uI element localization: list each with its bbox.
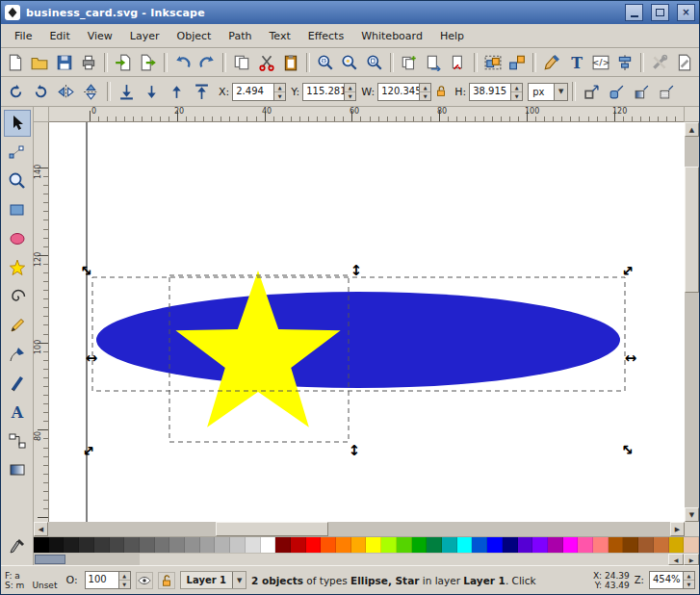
opacity-value[interactable]: 100 bbox=[86, 572, 118, 588]
redo-button[interactable] bbox=[195, 50, 219, 74]
zoom-value[interactable]: 454% bbox=[650, 572, 683, 588]
new-document-button[interactable] bbox=[4, 50, 27, 74]
units-select[interactable]: px▼ bbox=[528, 83, 568, 101]
close-button[interactable]: × bbox=[677, 4, 695, 21]
layer-visibility-toggle[interactable] bbox=[136, 572, 153, 589]
tool-zoom[interactable] bbox=[4, 168, 31, 194]
palette-swatch[interactable] bbox=[185, 537, 200, 553]
layer-lock-toggle[interactable] bbox=[158, 572, 175, 589]
opacity-input[interactable]: 100▲▼ bbox=[85, 571, 131, 589]
scroll-down-icon[interactable]: ▼ bbox=[685, 507, 699, 522]
menu-layer[interactable]: Layer bbox=[122, 27, 168, 45]
tool-text[interactable]: A bbox=[4, 399, 31, 426]
palette-swatch[interactable] bbox=[397, 537, 412, 553]
tool-gradient[interactable] bbox=[4, 456, 31, 483]
tool-pen[interactable] bbox=[4, 341, 31, 368]
y-value[interactable]: 115.281 bbox=[303, 84, 344, 100]
fill-stroke-indicator[interactable]: F: a S: mUnset bbox=[5, 571, 57, 590]
palette-swatch[interactable] bbox=[49, 537, 65, 553]
inkscape-preferences-button[interactable] bbox=[648, 50, 671, 74]
scroll-left-icon[interactable]: ◀ bbox=[34, 522, 48, 536]
undo-button[interactable] bbox=[171, 50, 194, 74]
palette-swatch[interactable] bbox=[578, 537, 593, 553]
w-spin-down[interactable]: ▼ bbox=[420, 91, 430, 100]
w-value[interactable]: 120.345 bbox=[378, 84, 419, 100]
unlink-clone-button[interactable] bbox=[446, 50, 469, 74]
xml-editor-button[interactable]: </> bbox=[589, 50, 612, 74]
h-spin-up[interactable]: ▲ bbox=[511, 84, 522, 91]
lower-button[interactable] bbox=[140, 80, 164, 104]
palette-swatch[interactable] bbox=[79, 537, 94, 553]
scale-handle-top[interactable]: ↕ bbox=[350, 262, 363, 279]
text-dialog-button[interactable]: T bbox=[565, 50, 588, 74]
palette-scroll-thumb[interactable] bbox=[35, 555, 65, 564]
palette-swatch[interactable] bbox=[351, 537, 367, 553]
zoom-input[interactable]: 454%▲▼ bbox=[649, 571, 695, 589]
palette-swatch[interactable] bbox=[412, 537, 428, 553]
menu-path[interactable]: Path bbox=[220, 27, 259, 45]
palette-swatch[interactable] bbox=[518, 537, 533, 553]
scale-handle-top-left[interactable]: ↔ bbox=[76, 260, 97, 281]
scale-corners-toggle[interactable] bbox=[605, 80, 629, 104]
scroll-right-icon[interactable]: ▶ bbox=[670, 522, 685, 536]
duplicate-button[interactable] bbox=[398, 50, 421, 74]
palette-swatch[interactable] bbox=[593, 537, 609, 553]
move-gradients-toggle[interactable] bbox=[630, 80, 654, 104]
lock-ratio-toggle[interactable] bbox=[432, 80, 450, 104]
rotate-cw-button[interactable] bbox=[29, 80, 53, 104]
chevron-down-icon[interactable]: ▼ bbox=[232, 572, 246, 588]
h-spin-down[interactable]: ▼ bbox=[511, 91, 522, 100]
palette-scroll-track[interactable] bbox=[34, 554, 140, 565]
lower-to-bottom-button[interactable] bbox=[115, 80, 139, 104]
rotate-ccw-button[interactable] bbox=[4, 80, 28, 104]
palette-swatch[interactable] bbox=[609, 537, 624, 553]
palette-swatch[interactable] bbox=[548, 537, 563, 553]
menu-text[interactable]: Text bbox=[262, 27, 298, 45]
scale-handle-left[interactable]: ↔ bbox=[86, 349, 98, 367]
tool-dropper[interactable] bbox=[4, 532, 31, 559]
scale-handle-bottom-left[interactable]: ↔ bbox=[78, 440, 99, 461]
scroll-up-icon[interactable]: ▲ bbox=[685, 122, 699, 137]
flip-horizontal-button[interactable] bbox=[54, 80, 78, 104]
zoom-spin-down[interactable]: ▼ bbox=[684, 580, 694, 588]
x-value[interactable]: 2.494 bbox=[233, 84, 273, 100]
tool-spiral[interactable] bbox=[4, 283, 31, 310]
palette-swatch[interactable] bbox=[487, 537, 503, 553]
horizontal-scrollbar[interactable]: ◀ ▶ bbox=[34, 522, 699, 536]
palette-swatch[interactable] bbox=[366, 537, 381, 553]
palette-swatch[interactable] bbox=[230, 537, 246, 553]
palette-swatch[interactable] bbox=[442, 537, 457, 553]
tool-calligraphy[interactable] bbox=[4, 370, 31, 397]
opacity-spin-down[interactable]: ▼ bbox=[119, 580, 130, 588]
align-dialog-button[interactable] bbox=[613, 50, 636, 74]
palette-swatch[interactable] bbox=[336, 537, 351, 553]
menu-whiteboard[interactable]: Whiteboard bbox=[353, 27, 430, 45]
scale-handle-right[interactable]: ↔ bbox=[625, 349, 637, 367]
palette-swatch[interactable] bbox=[215, 537, 230, 553]
palette-swatch[interactable] bbox=[110, 537, 125, 553]
y-input[interactable]: 115.281▲▼ bbox=[302, 83, 356, 101]
palette-scroll-left-icon[interactable]: ◀ bbox=[668, 554, 684, 565]
save-button[interactable] bbox=[53, 50, 76, 74]
palette-swatch[interactable] bbox=[427, 537, 442, 553]
title-bar[interactable]: business_card.svg - Inkscape × bbox=[1, 1, 699, 24]
palette-swatch[interactable] bbox=[638, 537, 654, 553]
palette-swatch[interactable] bbox=[321, 537, 336, 553]
ungroup-button[interactable] bbox=[506, 50, 529, 74]
menu-view[interactable]: View bbox=[80, 27, 120, 45]
palette-scrollbar[interactable]: ◀ ▶ bbox=[34, 553, 699, 565]
paste-button[interactable] bbox=[279, 50, 302, 74]
menu-effects[interactable]: Effects bbox=[300, 27, 351, 45]
chevron-down-icon[interactable]: ▼ bbox=[554, 84, 567, 100]
y-spin-up[interactable]: ▲ bbox=[345, 84, 355, 91]
horizontal-scroll-thumb[interactable] bbox=[216, 522, 327, 536]
x-spin-down[interactable]: ▼ bbox=[274, 91, 285, 100]
copy-button[interactable] bbox=[230, 50, 253, 74]
move-patterns-toggle[interactable] bbox=[655, 80, 679, 104]
palette-swatch[interactable] bbox=[669, 537, 685, 553]
w-input[interactable]: 120.345▲▼ bbox=[377, 83, 431, 101]
palette-swatch[interactable] bbox=[64, 537, 79, 553]
palette-swatch[interactable] bbox=[124, 537, 140, 553]
raise-button[interactable] bbox=[165, 80, 189, 104]
cut-button[interactable] bbox=[254, 50, 277, 74]
